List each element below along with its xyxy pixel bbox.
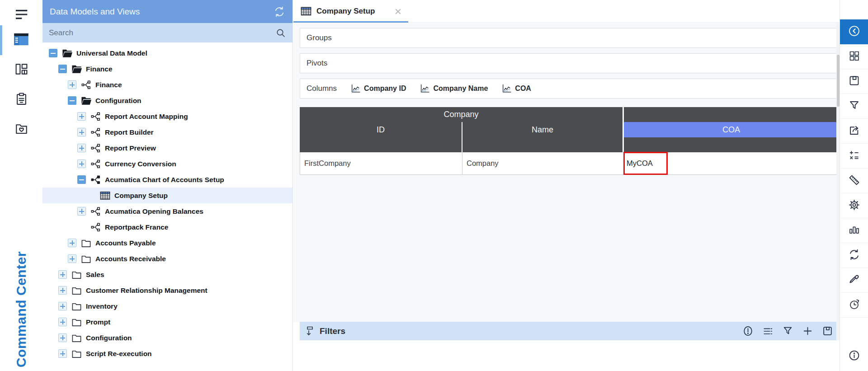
folder-closed-icon (71, 286, 82, 296)
right-toolbar-spacer (840, 0, 868, 19)
tree-item-label: Accounts Payable (95, 239, 156, 247)
color-picker-button[interactable] (840, 268, 868, 293)
refresh-icon[interactable] (274, 6, 285, 18)
column-chip-company-name[interactable]: Company Name (420, 84, 488, 94)
tree-item-accounts-payable[interactable]: Accounts Payable (42, 235, 292, 251)
tree-item-label: Reportpack France (105, 223, 168, 231)
column-chip-company-id[interactable]: Company ID (350, 84, 406, 94)
nav-reports[interactable] (0, 85, 42, 115)
tree-item-acumatica-chart-of-accounts-setup[interactable]: Acumatica Chart of Accounts Setup (42, 172, 292, 188)
folder-closed-icon (71, 301, 82, 311)
collapse-icon[interactable] (68, 96, 76, 105)
pivots-dropzone[interactable]: Pivots (300, 53, 839, 73)
expand-icon[interactable] (58, 349, 67, 358)
expand-icon[interactable] (58, 318, 67, 326)
tree-item-company-setup[interactable]: Company Setup (42, 188, 292, 203)
tree-item-prompt[interactable]: Prompt (42, 314, 292, 330)
tab-company-setup[interactable]: Company Setup (293, 0, 408, 23)
main-area: Company Setup Groups Pivots Columns Comp… (293, 0, 840, 371)
expand-icon[interactable] (77, 128, 86, 136)
tree-item-customer-relationship-management[interactable]: Customer Relationship Management (42, 282, 292, 298)
collapse-icon[interactable] (49, 49, 57, 57)
tree-item-label: Configuration (86, 334, 132, 342)
filter-button[interactable] (840, 94, 868, 119)
tree-item-finance[interactable]: Finance (42, 77, 292, 93)
add-button[interactable] (802, 325, 813, 337)
group-header-company[interactable]: Company (300, 107, 623, 122)
search-input[interactable] (49, 28, 275, 38)
tree-item-finance[interactable]: Finance (42, 61, 292, 77)
calculations-button[interactable] (840, 144, 868, 169)
header-filter-cell[interactable] (624, 137, 839, 152)
search-icon[interactable] (275, 28, 286, 38)
scrollbar-track[interactable] (836, 23, 840, 340)
expand-icon[interactable] (58, 333, 67, 342)
tree-item-script-re-execution[interactable]: Script Re-execution (42, 346, 292, 362)
charts-button[interactable] (840, 218, 868, 243)
hamburger-menu-button[interactable] (0, 5, 42, 25)
expand-icon[interactable] (77, 160, 86, 168)
tree-item-universal-data-model[interactable]: Universal Data Model (42, 45, 292, 61)
cell-company-name[interactable]: Company (462, 152, 624, 174)
tree-item-report-preview[interactable]: Report Preview (42, 140, 292, 156)
collapse-panel-button[interactable] (840, 19, 868, 44)
tree-item-report-builder[interactable]: Report Builder (42, 124, 292, 140)
info-icon (848, 349, 860, 363)
tree-panel-header: Data Models and Views (42, 0, 292, 23)
columns-dropzone[interactable]: Columns Company IDCompany NameCOA (300, 79, 839, 99)
add-filter-funnel-button[interactable] (782, 325, 793, 337)
history-button[interactable] (840, 293, 868, 318)
expand-icon[interactable] (77, 207, 86, 216)
tree-item-currency-conversion[interactable]: Currency Conversion (42, 156, 292, 172)
left-navigation-rail: Command Center (0, 0, 42, 371)
errors-button[interactable] (742, 325, 754, 337)
expand-icon[interactable] (58, 286, 67, 295)
scrollbar-thumb[interactable] (837, 55, 840, 107)
cell-company-id[interactable]: FirstCompany (300, 152, 462, 174)
column-chip-coa[interactable]: COA (501, 84, 531, 94)
export-button[interactable] (840, 119, 868, 144)
filters-bar-buttons (734, 325, 833, 337)
tree-item-acumatica-opening-balances[interactable]: Acumatica Opening Balances (42, 203, 292, 219)
expand-icon[interactable] (77, 112, 86, 121)
coa-group-cell[interactable] (624, 107, 839, 122)
tree-item-sales[interactable]: Sales (42, 267, 292, 282)
column-header-id[interactable]: ID (300, 122, 462, 137)
nav-data-models[interactable] (0, 25, 42, 55)
settings-button[interactable] (840, 193, 868, 218)
groups-dropzone[interactable]: Groups (300, 28, 839, 48)
folder-closed-icon (71, 270, 82, 280)
tree-item-accounts-receivable[interactable]: Accounts Receivable (42, 251, 292, 267)
expand-icon[interactable] (68, 239, 76, 247)
calc-icon (848, 149, 860, 163)
column-header-coa-selected[interactable]: COA (624, 122, 839, 137)
nav-favorites[interactable] (0, 115, 42, 145)
pivots-label: Pivots (307, 59, 327, 68)
save-button[interactable] (840, 69, 868, 94)
save-filters-button[interactable] (822, 325, 833, 337)
dashboard-grid-button[interactable] (840, 44, 868, 69)
header-filter-cell[interactable] (462, 137, 623, 152)
collapse-icon[interactable] (77, 175, 86, 184)
tree-item-inventory[interactable]: Inventory (42, 298, 292, 314)
expand-icon[interactable] (58, 270, 67, 279)
expand-icon[interactable] (58, 302, 67, 310)
cell-coa[interactable]: MyCOA (624, 152, 838, 174)
header-filter-cell[interactable] (300, 137, 462, 152)
collapse-icon[interactable] (58, 65, 67, 73)
measure-button[interactable] (840, 169, 868, 193)
nav-dashboards[interactable] (0, 55, 42, 85)
close-icon[interactable] (394, 8, 402, 15)
info-button[interactable] (840, 346, 868, 366)
refresh-button[interactable] (840, 243, 868, 268)
tree-item-configuration[interactable]: Configuration (42, 93, 292, 108)
column-header-name[interactable]: Name (462, 122, 623, 137)
expand-icon[interactable] (68, 80, 76, 89)
expand-icon[interactable] (77, 144, 86, 152)
expand-icon[interactable] (68, 254, 76, 263)
tree-item-report-account-mapping[interactable]: Report Account Mapping (42, 108, 292, 124)
tree-item-configuration[interactable]: Configuration (42, 330, 292, 346)
filter-list-button[interactable] (762, 325, 774, 337)
tree-item-reportpack-france[interactable]: Reportpack France (42, 219, 292, 235)
highlighted-cell-coa[interactable]: MyCOA (623, 152, 668, 175)
